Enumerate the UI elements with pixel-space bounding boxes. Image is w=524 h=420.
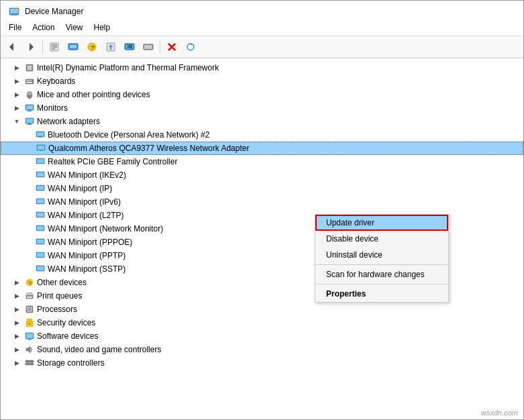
expand-other[interactable]: ▶ [11,277,22,288]
tree-item-network[interactable]: ▼ Network adapters [1,115,523,128]
expand-processors[interactable]: ▶ [11,304,22,315]
tree-item-realtek[interactable]: ▶ Realtek PCIe GBE Family Controller [1,155,523,168]
tree-item-processors[interactable]: ▶ Processors [1,303,523,316]
separator-1 [42,40,43,54]
realtek-icon [35,156,46,167]
svg-rect-72 [37,240,44,244]
toolbar-disable-btn[interactable] [140,38,157,56]
toolbar-red-x-btn[interactable] [163,38,180,56]
qualcomm-icon [36,143,46,154]
tree-item-keyboards[interactable]: ▶ Keyboards [1,74,523,88]
svg-rect-62 [37,172,44,176]
context-menu: Update driver Disable device Uninstall d… [315,214,449,303]
svg-rect-57 [38,146,44,150]
window-title: Device Manager [25,7,83,16]
svg-rect-55 [39,137,42,138]
expand-sound[interactable]: ▶ [11,344,22,355]
svg-rect-27 [144,45,152,49]
wan-sstp-icon [35,264,46,274]
svg-rect-82 [28,297,32,298]
tree-item-wan-ikev2[interactable]: ▶ WAN Miniport (IKEv2) [1,168,523,182]
tree-item-qualcomm[interactable]: ▶ Qualcomm Atheros QCA9377 Wireless Netw… [1,142,523,155]
expand-security[interactable]: ▶ [11,317,22,328]
tree-item-wan-ip[interactable]: ▶ WAN Miniport (IP) [1,182,523,195]
context-menu-uninstall-device[interactable]: Uninstall device [315,247,448,263]
wan-ipv6-icon [35,197,46,207]
tree-item-bluetooth[interactable]: ▶ Bluetooth Device (Personal Area Networ… [1,128,523,142]
tree-item-software[interactable]: ▶ Software devices [1,329,523,343]
svg-rect-46 [26,105,33,109]
expand-print[interactable]: ▶ [11,291,22,301]
context-menu-disable-device[interactable]: Disable device [315,231,448,247]
svg-rect-92 [28,339,31,339]
tree-item-monitors[interactable]: ▶ Monitors [1,101,523,115]
tree-item-storage[interactable]: ▶ Storage controllers [1,356,523,370]
toolbar-properties-btn[interactable] [46,38,63,56]
svg-rect-23 [127,49,132,50]
toolbar-help-btn[interactable]: ? [83,38,101,56]
svg-rect-52 [27,124,32,125]
expand-intel[interactable]: ▶ [11,62,22,73]
network-card-icon [35,129,46,140]
svg-text:📺: 📺 [127,43,133,49]
mouse-icon [24,89,35,100]
toolbar-uninstall-btn[interactable]: 📺 [121,38,138,56]
wan-pptp-label: WAN Miniport (PPTP) [48,251,125,260]
wan-pppoe-label: WAN Miniport (PPPOE) [48,238,132,247]
svg-rect-51 [28,123,31,124]
keyboard-icon [24,76,35,87]
svg-rect-47 [28,110,31,111]
software-icon [24,331,35,342]
svg-text:?: ? [91,44,95,51]
svg-text:?: ? [29,280,32,286]
toolbar-scan-btn[interactable] [64,38,82,56]
tree-item-wan-ipv6[interactable]: ▶ WAN Miniport (IPv6) [1,195,523,209]
back-button[interactable] [3,38,21,56]
tree-item-mice[interactable]: ▶ Mice and other pointing devices [1,88,523,101]
svg-rect-48 [27,111,32,111]
tree-item-intel[interactable]: ▶ Intel(R) Dynamic Platform and Thermal … [1,61,523,74]
forward-button[interactable] [22,38,40,56]
toolbar-update-driver-btn[interactable] [102,38,119,56]
svg-rect-15 [71,49,75,50]
sound-icon [24,344,35,355]
wan-ikev2-label: WAN Miniport (IKEv2) [48,170,126,180]
expand-keyboards[interactable]: ▶ [11,76,22,87]
wan-pptp-icon [35,250,46,261]
toolbar-refresh-btn[interactable] [182,38,199,56]
menu-view[interactable]: View [60,21,89,34]
expand-monitors[interactable]: ▶ [11,103,22,113]
tree-item-sound[interactable]: ▶ Sound, video and game controllers [1,343,523,356]
bluetooth-label: Bluetooth Device (Personal Area Network)… [48,130,209,140]
svg-marker-8 [30,43,34,51]
other-icon: ? [24,277,35,288]
expand-storage[interactable]: ▶ [11,358,22,368]
menu-help[interactable]: Help [89,21,116,34]
other-label: Other devices [37,278,87,287]
network-label: Network adapters [37,117,100,126]
svg-rect-40 [26,82,32,83]
svg-rect-66 [37,199,44,203]
menu-action[interactable]: Action [27,21,60,34]
realtek-label: Realtek PCIe GBE Family Controller [48,157,177,166]
wan-ip-label: WAN Miniport (IP) [48,184,112,193]
svg-rect-93 [27,339,32,340]
title-bar-icon [9,6,19,17]
wan-l2tp-icon [35,210,46,221]
tree-item-security[interactable]: ▶ Security devices [1,316,523,329]
expand-network[interactable]: ▼ [11,116,22,127]
expand-mice[interactable]: ▶ [11,89,22,100]
expand-software[interactable]: ▶ [11,331,22,342]
wan-pppoe-icon [35,237,46,248]
menu-file[interactable]: File [3,21,27,34]
svg-rect-54 [37,132,44,136]
context-menu-properties[interactable]: Properties [315,286,448,302]
svg-rect-50 [26,119,33,123]
svg-rect-39 [30,80,32,81]
processor-icon [24,304,35,315]
monitors-label: Monitors [37,103,68,113]
context-menu-scan-hardware[interactable]: Scan for hardware changes [315,266,448,282]
svg-rect-16 [70,50,76,50]
context-menu-update-driver[interactable]: Update driver [315,215,448,231]
svg-marker-95 [26,346,30,353]
